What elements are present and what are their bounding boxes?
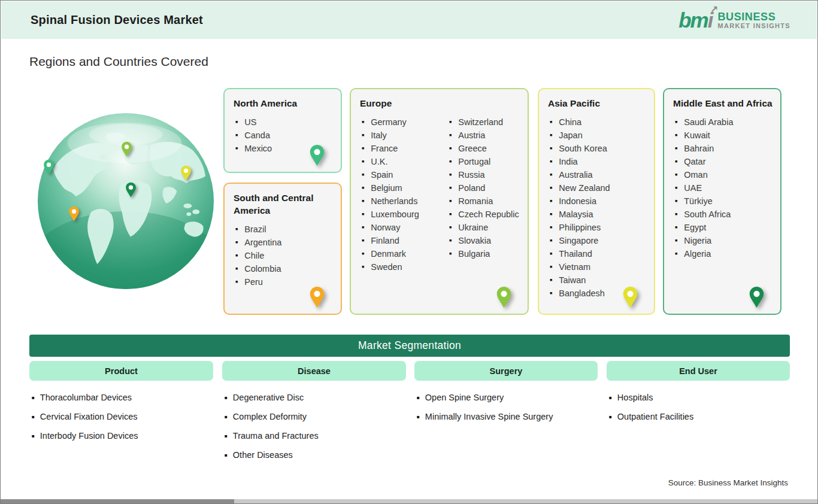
segment-item: ■Degenerative Disc [225,391,319,403]
bullet-square-icon: ■ [449,146,452,150]
bullet-square-icon: ■ [675,225,677,229]
location-pin-icon [43,159,54,175]
globe-illustration [37,112,215,290]
country-item: ■Norway [360,221,447,234]
location-pin-icon [121,141,132,157]
bullet-square-icon: ■ [449,212,452,216]
bullet-square-icon: ■ [550,238,552,242]
bullet-square-icon: ■ [235,227,238,231]
country-item: ■Indonesia [548,195,635,208]
bullet-square-icon: ■ [675,238,677,242]
location-pin-icon [180,165,192,181]
region-card-north-america: North America■US■Canda■Mexico [223,88,342,173]
bullet-square-icon: ■ [225,433,228,439]
country-list: ■China■Japan■South Korea■India■Australia… [548,116,635,300]
location-pin-icon [68,206,80,222]
country-item: ■Sweden [360,260,447,274]
bmi-logo: bmi↗ BUSINESS MARKET INSIGHTS [678,10,790,31]
bullet-square-icon: ■ [32,414,35,420]
bullet-square-icon: ■ [550,265,552,269]
country-item: ■Ukraine [447,221,519,234]
bullet-square-icon: ■ [550,172,552,177]
logo-arrow-icon: ↗ [711,4,719,13]
bullet-square-icon: ■ [550,225,552,229]
location-pin-icon [496,286,512,309]
bullet-square-icon: ■ [550,291,552,295]
segment-item: ■Thoracolumbar Devices [32,391,138,403]
country-item: ■Switzerland [447,116,519,129]
section-title: Regions and Countries Covered [29,54,208,69]
infographic-page: Spinal Fusion Devices Market bmi↗ BUSINE… [0,0,818,504]
country-item: ■France [360,142,447,155]
bullet-square-icon: ■ [675,146,677,150]
country-item: ■Mexico [234,142,321,155]
world-globe [37,112,215,290]
segment-list-surgery: ■Open Spine Surgery■Minimally Invasive S… [417,391,553,430]
country-item: ■Canda [234,129,321,142]
bullet-square-icon: ■ [675,133,677,137]
bullet-square-icon: ■ [675,199,677,203]
bullet-square-icon: ■ [362,265,364,269]
country-list: ■US■Canda■Mexico [234,116,321,155]
bullet-square-icon: ■ [675,186,677,190]
bullet-square-icon: ■ [449,186,452,190]
country-item: ■Argentina [234,236,321,249]
bullet-square-icon: ■ [32,395,35,400]
country-item: ■Türkiye [673,195,761,208]
country-item: ■Philippines [548,221,635,234]
country-item: ■Denmark [360,247,447,260]
country-item: ■Poland [447,181,519,195]
horizontal-scrollbar[interactable] [1,499,817,503]
bullet-square-icon: ■ [362,186,364,190]
country-item: ■Kuwait [673,129,761,142]
country-item: ■Germany [360,116,447,129]
bullet-square-icon: ■ [449,251,452,256]
segment-item: ■Trauma and Fractures [225,430,319,442]
bullet-square-icon: ■ [417,395,420,400]
segment-header-surgery: Surgery [414,361,598,381]
country-item: ■Chile [234,249,321,262]
country-item: ■Russia [447,168,519,181]
bullet-square-icon: ■ [362,251,364,256]
country-item: ■Taiwan [548,274,635,287]
country-list: ■Saudi Arabia■Kuwait■Bahrain■Qatar■Oman■… [673,116,761,260]
bullet-square-icon: ■ [550,133,552,137]
bmi-logo-icon: bmi↗ [678,10,712,31]
logo-line-business: BUSINESS [717,11,790,23]
country-item: ■Qatar [673,155,761,168]
region-card-south-central-america: South and Central America■Brazil■Argenti… [223,183,342,315]
segment-header-product: Product [29,361,213,381]
country-item: ■Austria [447,129,519,142]
country-list: ■Brazil■Argentina■Chile■Colombia■Peru [234,223,321,289]
region-title: Middle East and Africa [673,98,773,110]
segment-header-end-user: End User [607,361,790,381]
region-title: Europe [360,98,520,110]
bullet-square-icon: ■ [32,433,35,439]
country-item: ■India [548,155,635,168]
country-item: ■Bahrain [673,142,761,155]
country-item: ■China [548,116,635,129]
country-item: ■Malaysia [548,208,635,221]
country-item: ■UAE [673,181,761,195]
country-item: ■U.K. [360,155,447,168]
bullet-square-icon: ■ [550,199,552,203]
country-item: ■Oman [673,168,761,181]
location-pin-icon [309,286,325,309]
country-item: ■Vietnam [548,260,635,274]
country-item: ■South Korea [548,142,635,155]
country-item: ■Egypt [673,221,761,234]
segment-item: ■Hospitals [609,391,693,403]
bullet-square-icon: ■ [225,414,228,420]
scrollbar-thumb[interactable] [1,499,234,503]
bullet-square-icon: ■ [362,199,364,203]
country-item: ■Peru [234,275,321,289]
location-pin-icon [749,286,765,309]
bullet-square-icon: ■ [675,251,677,256]
bullet-square-icon: ■ [362,159,364,163]
country-list: ■Germany■Italy■France■U.K.■Spain■Belgium… [360,116,447,274]
country-item: ■Luxembourg [360,208,447,221]
country-list: ■Switzerland■Austria■Greece■Portugal■Rus… [447,116,519,274]
market-segmentation-banner: Market Segmentation [29,335,790,357]
bullet-square-icon: ■ [235,146,238,150]
country-item: ■New Zealand [548,181,635,195]
